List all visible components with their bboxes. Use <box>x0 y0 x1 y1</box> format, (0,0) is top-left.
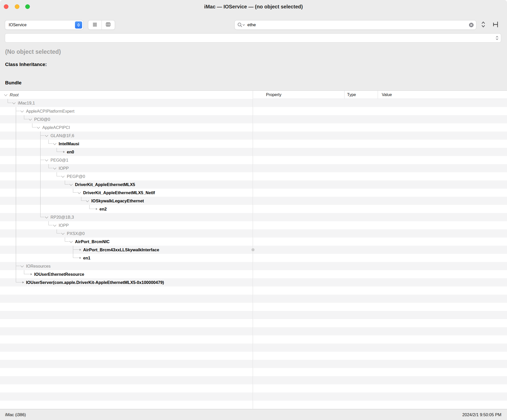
disclosure-chevron-icon[interactable] <box>37 125 40 129</box>
clear-search-button[interactable] <box>469 22 474 28</box>
inspector-row-empty <box>253 238 507 246</box>
combo-stepper-icon <box>495 35 499 42</box>
tree-row[interactable]: DriverKit_AppleEthernetMLX5 <box>0 180 253 189</box>
inspector-row-empty <box>253 115 507 123</box>
tree-row[interactable]: iMac19,1 <box>0 99 253 107</box>
tree-connector-arm <box>40 135 44 136</box>
tree-connector-line <box>32 123 32 127</box>
tree-row[interactable]: AppleACPIPlatformExpert <box>0 107 253 115</box>
disclosure-chevron-icon[interactable] <box>4 93 7 96</box>
tree-row[interactable]: IOUserServer(com.apple.DriverKit-AppleEt… <box>0 278 253 286</box>
tree-node-label: PEGP@0 <box>67 172 85 180</box>
tree-row[interactable]: AirPort_BrcmNIC <box>0 238 253 246</box>
minimize-button[interactable] <box>15 4 19 9</box>
tree-row[interactable]: en1 <box>0 254 253 262</box>
tree-row[interactable]: DriverKit_AppleEthernetMLX5_NetIf <box>0 189 253 197</box>
tree-guide-line <box>40 189 41 197</box>
tree-row[interactable]: IOUserEthernetResource <box>0 270 253 278</box>
tree-guide-line <box>16 254 16 262</box>
tree-connector-line <box>40 156 41 164</box>
inspector-row-empty <box>253 401 507 409</box>
inspector-row-empty <box>253 164 507 172</box>
tree-row[interactable]: en0 <box>0 148 253 156</box>
tree-row-empty <box>0 392 253 401</box>
split-divider-handle[interactable] <box>251 248 255 251</box>
inspector-row-empty <box>253 213 507 221</box>
tree-connector-arm <box>57 176 61 176</box>
tree-connector-arm <box>65 241 69 242</box>
tree-guide-line <box>16 205 16 213</box>
inspector-row-empty <box>253 229 507 238</box>
tree-row[interactable]: AppleACPIPCI <box>0 123 253 132</box>
match-stepper[interactable] <box>480 21 487 29</box>
disclosure-chevron-icon[interactable] <box>29 117 32 121</box>
disclosure-chevron-icon[interactable] <box>53 142 56 145</box>
tree-connector-line <box>16 278 16 282</box>
segment-list-view[interactable] <box>88 20 102 30</box>
tree-row[interactable]: PEG0@1 <box>0 156 253 164</box>
status-bar: iMac (i386) 2024/2/1 9:50:05 PM <box>0 409 507 420</box>
search-input[interactable] <box>247 20 441 30</box>
disclosure-chevron-icon[interactable] <box>45 158 48 161</box>
inspector-row-empty <box>253 360 507 368</box>
tree-row[interactable]: IOSkywalkLegacyEthernet <box>0 197 253 205</box>
tree-row-empty <box>0 327 253 335</box>
tree-row[interactable]: PXSX@0 <box>0 229 253 238</box>
tree-node-label: DriverKit_AppleEthernetMLX5_NetIf <box>83 189 155 197</box>
inspector-row-empty <box>253 303 507 311</box>
disclosure-chevron-icon[interactable] <box>61 231 65 235</box>
tree-row[interactable]: IOPP <box>0 221 253 229</box>
tree-row[interactable]: IOResources <box>0 262 253 270</box>
window-title: iMac — IOService — (no object selected) <box>0 0 507 13</box>
tree-row[interactable]: AirPort_Brcm43xxLLSkywalkInterface <box>0 246 253 254</box>
disclosure-chevron-icon[interactable] <box>20 264 24 267</box>
tree-guide-line <box>40 148 41 156</box>
path-combo[interactable] <box>5 34 501 42</box>
view-mode-segmented <box>88 20 115 30</box>
tree-row[interactable]: PCI0@0 <box>0 115 253 123</box>
tree-guide-line <box>40 172 41 180</box>
disclosure-chevron-icon[interactable] <box>69 182 73 186</box>
column-view-icon <box>105 22 111 28</box>
tree-row[interactable]: IntelMausi <box>0 140 253 148</box>
tree-node-label: IOPP <box>59 221 69 229</box>
tree-connector-line <box>73 246 73 254</box>
disclosure-chevron-icon[interactable] <box>20 109 24 112</box>
leaf-arrow-icon <box>63 151 65 153</box>
disclosure-chevron-icon[interactable] <box>45 215 48 218</box>
disclosure-chevron-icon[interactable] <box>53 223 56 227</box>
disclosure-chevron-icon[interactable] <box>86 199 89 202</box>
disclosure-chevron-icon[interactable] <box>69 240 73 243</box>
tree-row-empty <box>0 295 253 303</box>
segment-column-view[interactable] <box>102 20 115 30</box>
disclosure-chevron-icon[interactable] <box>53 166 56 169</box>
tree-row-empty <box>0 286 253 295</box>
tree-row[interactable]: en2 <box>0 205 253 213</box>
inspector-row-empty <box>253 140 507 148</box>
column-header-property: Property <box>253 91 344 99</box>
tree-row[interactable]: GLAN@1F,6 <box>0 132 253 140</box>
close-button[interactable] <box>4 4 8 9</box>
app-window: iMac — IOService — (no object selected) … <box>0 0 507 420</box>
tree-row[interactable]: IOPP <box>0 164 253 172</box>
disclosure-chevron-icon[interactable] <box>78 191 81 194</box>
disclosure-chevron-icon[interactable] <box>45 134 48 137</box>
tree-connector-arm <box>48 168 53 168</box>
tree-guide-line <box>16 189 16 197</box>
disclosure-chevron-icon[interactable] <box>61 174 65 178</box>
zoom-button[interactable] <box>25 4 30 9</box>
tree-connector-arm <box>73 192 77 193</box>
plane-popup[interactable]: IOService <box>5 20 83 30</box>
inspector-row-empty <box>253 107 507 115</box>
disclosure-chevron-icon[interactable] <box>12 101 16 104</box>
inspector-toggle-button[interactable] <box>491 20 500 30</box>
tree-row[interactable]: PEGP@0 <box>0 172 253 180</box>
inspector-row-empty <box>253 254 507 262</box>
tree-node-label: AirPort_BrcmNIC <box>75 238 110 246</box>
tree-row[interactable]: RP20@1B,3 <box>0 213 253 221</box>
inspector-row-empty <box>253 376 507 384</box>
tree-connector-line <box>65 238 65 242</box>
inspector-row-empty <box>253 156 507 164</box>
tree-row[interactable]: Root <box>0 91 253 99</box>
search-icon[interactable] <box>237 22 245 29</box>
